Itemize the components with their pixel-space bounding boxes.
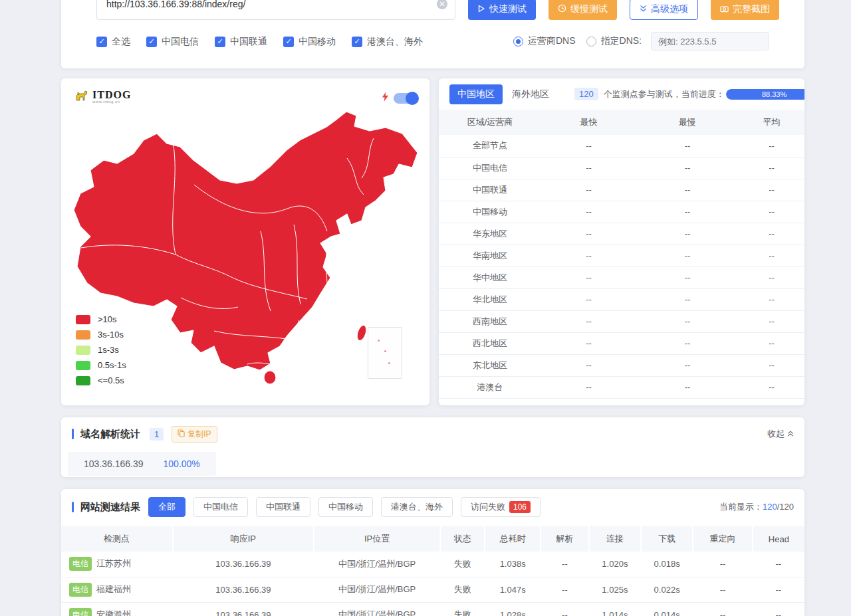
radio-label: 指定DNS:	[601, 35, 642, 47]
node-count-badge: 120	[574, 88, 598, 100]
region-cell-value: --	[541, 288, 636, 310]
results-title: 网站测速结果	[80, 501, 140, 514]
region-cell-value: --	[739, 354, 804, 376]
dns-option-group: 运营商DNS指定DNS:	[513, 32, 769, 51]
map-tools	[382, 92, 418, 104]
isp-checkbox-4[interactable]: ✓港澳台、海外	[352, 36, 423, 48]
region-stats-table: 区域/运营商最快最慢平均 全部节点------中国电信------中国联通---…	[439, 110, 804, 399]
results-filter-tab-3[interactable]: 中国移动	[318, 497, 373, 517]
region-cell-value: --	[541, 354, 636, 376]
result-redirect: --	[693, 602, 752, 616]
copy-ip-button[interactable]: 复制IP	[172, 426, 217, 443]
map-mode-toggle[interactable]	[394, 93, 418, 104]
page: ✕ 快速测试 缓慢测试 高级选项	[61, 0, 804, 616]
region-cell-value: --	[636, 288, 739, 310]
dns-entry-list: 103.36.166.39100.00%	[72, 444, 794, 476]
section-accent-bar	[72, 429, 74, 439]
region-table-row: 华东地区------	[439, 223, 804, 245]
result-connect: 1.014s	[589, 602, 641, 616]
region-cell-value: --	[541, 157, 636, 179]
region-col-header: 区域/运营商	[439, 110, 541, 135]
region-cell-value: --	[636, 179, 739, 201]
progress-bar-fill: 88.33%	[726, 89, 804, 100]
isp-checkbox-1[interactable]: ✓中国电信	[146, 36, 199, 48]
url-input[interactable]	[96, 0, 455, 20]
results-table: 检测点响应IPIP位置状态总耗时解析连接下载重定向Head 电信江苏苏州103.…	[61, 526, 804, 616]
region-cell-value: --	[739, 245, 804, 266]
region-cell-value: --	[739, 201, 804, 223]
clock-icon	[558, 4, 566, 15]
region-cell-value: --	[739, 332, 804, 354]
results-filter-tab-1[interactable]: 中国电信	[193, 497, 248, 517]
isp-badge: 电信	[69, 557, 92, 571]
result-node-cell: 电信安徽滁州	[61, 602, 173, 616]
region-cell-value: --	[541, 245, 636, 266]
result-download: 0.014s	[641, 602, 693, 616]
result-redirect: --	[693, 552, 752, 577]
advanced-options-button[interactable]: 高级选项	[630, 0, 698, 20]
isp-checkbox-2[interactable]: ✓中国联通	[215, 36, 267, 48]
region-table-row: 中国联通------	[439, 179, 804, 201]
result-download: 0.018s	[641, 552, 693, 577]
results-filter-tab-2[interactable]: 中国联通	[256, 497, 310, 517]
region-table-row: 华中地区------	[439, 266, 804, 288]
isp-checkbox-3[interactable]: ✓中国移动	[283, 36, 336, 48]
region-cell-name: 全部节点	[439, 135, 541, 157]
region-cell-value: --	[541, 376, 636, 398]
dns-radio-1[interactable]: 指定DNS:	[586, 35, 642, 47]
results-col-header: 响应IP	[173, 526, 314, 552]
lightning-icon	[382, 92, 389, 104]
result-status: 失败	[440, 552, 485, 577]
result-status: 失败	[440, 577, 485, 602]
region-col-header: 最快	[541, 110, 636, 135]
region-cell-name: 西北地区	[439, 332, 541, 354]
slow-test-button[interactable]: 缓慢测试	[548, 0, 617, 20]
results-filter-tab-label: 中国移动	[328, 501, 363, 513]
result-status: 失败	[440, 602, 485, 616]
region-cell-value: --	[739, 288, 804, 310]
south-china-sea-inset	[368, 327, 402, 379]
itdog-logo: ITDOG www.itdog.cn	[74, 89, 131, 105]
legend-item-1: 3s-10s	[76, 330, 126, 340]
dns-entry-percent: 100.00%	[164, 459, 200, 469]
region-tab-1[interactable]: 海外地区	[504, 84, 557, 104]
results-filter-tab-5[interactable]: 访问失败106	[461, 497, 541, 517]
checkbox-label: 中国移动	[299, 36, 336, 48]
region-cell-name: 港澳台	[439, 376, 541, 398]
dns-radio-0[interactable]: 运营商DNS	[513, 35, 576, 47]
region-cell-value: --	[636, 223, 739, 245]
results-table-header-row: 检测点响应IPIP位置状态总耗时解析连接下载重定向Head	[61, 526, 804, 552]
region-cell-value: --	[739, 310, 804, 332]
region-stats-panel: 中国地区海外地区 120 个监测点参与测试，当前进度： 88.33% 区域/运营…	[439, 78, 804, 405]
region-cell-name: 东北地区	[439, 354, 541, 376]
results-col-header: 重定向	[693, 526, 752, 552]
results-col-header: 状态	[440, 526, 485, 552]
region-table-row: 西南地区------	[439, 310, 804, 332]
result-node-name: 福建福州	[96, 584, 131, 594]
region-tab-0[interactable]: 中国地区	[449, 84, 503, 104]
result-resolve: --	[541, 552, 589, 577]
result-ip: 103.36.166.39	[173, 602, 314, 616]
results-col-header: IP位置	[314, 526, 440, 552]
display-count-total: /120	[777, 502, 794, 512]
region-cell-name: 华南地区	[439, 245, 541, 266]
isp-checkbox-0[interactable]: ✓全选	[96, 36, 130, 48]
region-cell-value: --	[636, 376, 739, 398]
result-ip: 103.36.166.39	[173, 552, 314, 577]
region-cell-value: --	[541, 135, 636, 157]
results-filter-tab-label: 访问失败	[471, 501, 505, 513]
results-table-row: 电信福建福州103.36.166.39中国/浙江/温州/BGP失败1.047s-…	[61, 577, 804, 602]
quick-test-button[interactable]: 快速测试	[468, 0, 536, 20]
results-filter-tab-0[interactable]: 全部	[148, 497, 185, 517]
collapse-button[interactable]: 收起	[767, 428, 794, 440]
results-filter-tab-4[interactable]: 港澳台、海外	[381, 497, 453, 517]
results-filter-tab-label: 中国联通	[266, 501, 301, 513]
custom-dns-input[interactable]	[651, 32, 769, 51]
dns-entry-ip: 103.36.166.39	[84, 459, 144, 469]
result-ip: 103.36.166.39	[173, 577, 314, 602]
region-cell-value: --	[739, 157, 804, 179]
map-legend: >10s3s-10s1s-3s0.5s-1s<=0.5s	[76, 309, 126, 385]
region-cell-value: --	[541, 223, 636, 245]
radio-icon	[586, 37, 596, 47]
full-screenshot-button[interactable]: 完整截图	[711, 0, 779, 20]
